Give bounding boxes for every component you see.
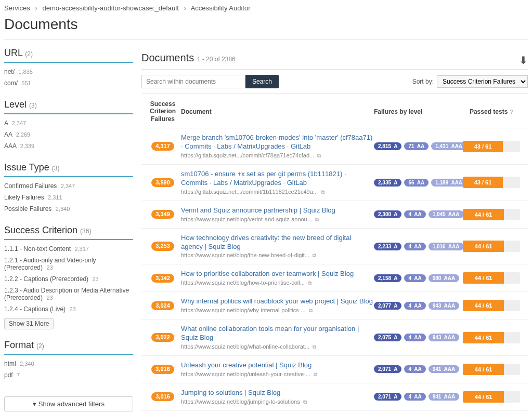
facet-header: Level (3) [4, 99, 133, 114]
passed-tests-bar: 44 / 61 [463, 209, 520, 220]
facet-block: Issue Type (3)Confirmed Failures 2,347Li… [4, 162, 133, 215]
main-panel: Documents 1 - 20 of 2386 ⬇ Search Sort b… [141, 48, 528, 412]
scf-badge: 3,142 [151, 274, 174, 283]
level-aaa-badge: 941 AAA [429, 393, 460, 401]
level-a-badge: 2,075 A [374, 334, 401, 341]
external-link-icon[interactable]: ⧉ [313, 344, 316, 350]
help-icon[interactable]: ? [510, 109, 513, 115]
facet-item[interactable]: Likely Failures 2,311 [4, 192, 133, 203]
document-title-link[interactable]: How technology drives creativity: the ne… [181, 234, 374, 251]
external-link-icon[interactable]: ⧉ [314, 371, 317, 377]
external-link-icon[interactable]: ⧉ [313, 252, 316, 258]
document-title-link[interactable]: Jumping to solutions | Squiz Blog [181, 389, 374, 397]
level-aaa-badge: 980 AAA [429, 274, 460, 282]
sidebar: URL (2)net/ 1,835com/ 551Level (3)A 2,34… [4, 48, 133, 411]
document-title-link[interactable]: Verint and Squiz announce partnership | … [181, 206, 374, 215]
facet-item[interactable]: AAA 2,339 [4, 140, 133, 152]
facet-item[interactable]: Possible Failures 2,340 [4, 203, 133, 215]
table-row: 3,590sm10706 - ensure +x set as per git … [141, 165, 528, 201]
facet-item[interactable]: Confirmed Failures 2,347 [4, 180, 133, 192]
scf-badge: 4,317 [151, 142, 174, 151]
download-icon[interactable]: ⬇ [519, 54, 528, 67]
panel-title: Documents [141, 52, 194, 63]
level-a-badge: 2,071 A [374, 393, 401, 401]
sort-select[interactable]: Success Criterion Failures [437, 75, 528, 88]
document-url: https://www.squiz.net/blog/why-internal-… [181, 307, 374, 314]
chevron-right-icon: › [184, 4, 186, 12]
passed-tests-bar: 44 / 61 [463, 300, 520, 311]
external-link-icon[interactable]: ⧉ [308, 280, 312, 286]
facet-header: Format (2) [4, 340, 133, 355]
chevron-right-icon: › [35, 4, 37, 12]
facet-header: URL (2) [4, 48, 133, 63]
breadcrumb-item[interactable]: Services [4, 4, 30, 12]
facet-item[interactable]: A 2,347 [4, 117, 133, 129]
col-header-passed[interactable]: Passed tests ? [460, 108, 523, 115]
show-more-button[interactable]: Show 31 More [4, 318, 54, 329]
external-link-icon[interactable]: ⧉ [303, 399, 307, 405]
external-link-icon[interactable]: ⧉ [321, 189, 325, 195]
level-aa-badge: 4 AA [404, 365, 425, 373]
document-url: https://www.squiz.net/blog/jumping-to-so… [181, 398, 374, 405]
document-title-link[interactable]: Merge branch 'sm10706-broken-modes' into… [181, 134, 374, 151]
external-link-icon[interactable]: ⧉ [315, 217, 319, 222]
document-title-link[interactable]: How to prioritise collaboration over tea… [181, 270, 374, 278]
facet-item[interactable]: 1.1.1 - Non-text Content 2,317 [4, 243, 133, 255]
facet-header: Success Criterion (36) [4, 225, 133, 240]
facet-item[interactable]: net/ 1,835 [4, 66, 133, 77]
document-url: https://www.squiz.net/blog/verint-and-sq… [181, 216, 374, 223]
facet-item[interactable]: 1.2.3 - Audio Description or Media Alter… [4, 285, 133, 303]
table-row: 3,253How technology drives creativity: t… [141, 229, 528, 265]
scf-badge: 3,016 [151, 365, 174, 374]
facet-header: Issue Type (3) [4, 162, 133, 177]
scf-badge: 3,253 [151, 242, 174, 250]
passed-tests-bar: 44 / 61 [463, 391, 520, 403]
level-aa-badge: 4 AA [404, 393, 425, 401]
facet-item[interactable]: 1.2.4 - Captions (Live) 23 [4, 303, 133, 315]
document-title-link[interactable]: Why internal politics will roadblock you… [181, 297, 374, 306]
document-title-link[interactable]: sm10706 - ensure +x set as per git perms… [181, 170, 374, 188]
document-title-link[interactable]: What online collaboration tools mean for… [181, 325, 374, 342]
col-header-failures[interactable]: Failures by level [374, 108, 460, 115]
col-header-scf[interactable]: Success Criterion Failures [147, 100, 179, 123]
passed-tests-bar: 44 / 61 [463, 364, 520, 375]
breadcrumb-item[interactable]: demo-accessibility-auditor-showcase:_def… [42, 4, 178, 12]
facet-block: URL (2)net/ 1,835com/ 551 [4, 48, 133, 89]
document-rows: 4,317Merge branch 'sm10706-broken-modes'… [141, 128, 528, 412]
document-title-link[interactable]: Unleash your creative potential | Squiz … [181, 361, 374, 370]
divider [4, 39, 528, 39]
level-aa-badge: 4 AA [404, 302, 425, 310]
col-header-document[interactable]: Document [179, 108, 374, 115]
facet-item[interactable]: pdf 7 [4, 369, 133, 381]
facet-item[interactable]: com/ 551 [4, 77, 133, 89]
result-range: 1 - 20 of 2386 [197, 56, 236, 63]
facet-block: Success Criterion (36)1.1.1 - Non-text C… [4, 225, 133, 329]
level-aa-badge: 4 AA [404, 210, 425, 218]
search-button[interactable]: Search [245, 75, 279, 88]
scf-badge: 3,024 [151, 301, 174, 310]
sort-label: Sort by: [412, 78, 434, 85]
level-aaa-badge: 943 AAA [429, 302, 460, 310]
table-row: 3,349Verint and Squiz announce partnersh… [141, 201, 528, 229]
level-aaa-badge: 1,016 AAA [429, 243, 464, 250]
passed-tests-bar: 44 / 61 [463, 332, 520, 343]
table-row: 3,142How to prioritise collaboration ove… [141, 264, 528, 292]
table-header: Success Criterion Failures Document Fail… [141, 94, 528, 128]
level-a-badge: 2,300 A [374, 210, 401, 218]
facet-item[interactable]: html 2,340 [4, 358, 133, 369]
advanced-filters-button[interactable]: ▾ Show advanced filters [4, 396, 133, 411]
breadcrumb-item[interactable]: Accessibility Auditor [191, 4, 251, 12]
level-aa-badge: 71 AA [404, 142, 429, 150]
external-link-icon[interactable]: ⧉ [317, 153, 321, 158]
facet-item[interactable]: AA 2,269 [4, 129, 133, 140]
document-url: https://www.squiz.net/blog/unleash-your-… [181, 371, 374, 378]
document-url: https://www.squiz.net/blog/what-online-c… [181, 343, 374, 350]
facet-item[interactable]: 1.2.1 - Audio-only and Video-only (Prere… [4, 255, 133, 273]
search-input[interactable] [141, 75, 245, 88]
passed-tests-bar: 43 / 61 [463, 141, 520, 152]
facet-item[interactable]: 1.2.2 - Captions (Prerecorded) 23 [4, 273, 133, 285]
table-row: 3,022What online collaboration tools mea… [141, 320, 528, 356]
table-row: 4,317Merge branch 'sm10706-broken-modes'… [141, 128, 528, 165]
level-aa-badge: 4 AA [404, 274, 425, 282]
external-link-icon[interactable]: ⧉ [309, 308, 313, 313]
